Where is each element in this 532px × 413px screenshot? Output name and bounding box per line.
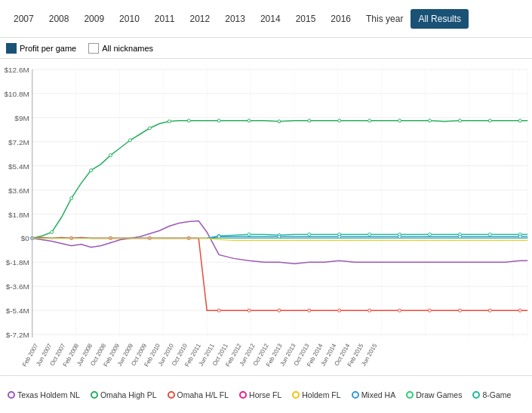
legend-profit-label: Profit per game <box>20 44 76 53</box>
svg-point-71 <box>168 120 171 123</box>
svg-text:$-7.2M: $-7.2M <box>6 331 29 339</box>
svg-text:$-5.4M: $-5.4M <box>6 307 29 315</box>
svg-text:$-3.6M: $-3.6M <box>6 282 29 291</box>
svg-point-113 <box>278 235 281 238</box>
holdem-fl-label: Holdem FL <box>302 390 340 399</box>
legend-horse-fl: Horse FL <box>239 390 281 399</box>
chart-area: $12.6M $10.8M $9M $7.2M $5.4M $3.6M $1.8… <box>0 59 532 376</box>
svg-point-114 <box>338 235 341 238</box>
8-game-label: 8-Game <box>482 390 511 399</box>
mixed-ha-icon <box>352 391 359 399</box>
year-2008[interactable]: 2008 <box>42 9 77 29</box>
legend-texas-holdem: Texas Holdem NL <box>8 390 80 399</box>
svg-point-76 <box>308 119 311 122</box>
svg-point-81 <box>458 119 461 122</box>
year-2014[interactable]: 2014 <box>253 9 288 29</box>
svg-point-70 <box>148 127 151 130</box>
year-2009[interactable]: 2009 <box>76 9 112 29</box>
horse-fl-label: Horse FL <box>249 390 281 399</box>
year-2010[interactable]: 2010 <box>112 9 147 29</box>
svg-point-78 <box>368 119 371 122</box>
legend-omaha-high: Omaha High PL <box>91 390 157 399</box>
svg-point-67 <box>90 169 93 172</box>
svg-point-95 <box>398 309 401 312</box>
svg-text:$0: $0 <box>21 234 30 242</box>
svg-text:$5.4M: $5.4M <box>8 162 29 171</box>
year-2011[interactable]: 2011 <box>147 9 183 29</box>
svg-point-83 <box>518 119 521 122</box>
omaha-hl-icon <box>168 391 175 399</box>
year-navigation: 2007 2008 2009 2010 2011 2012 2013 2014 … <box>0 0 532 38</box>
svg-text:$3.6M: $3.6M <box>8 186 29 195</box>
year-2013[interactable]: 2013 <box>217 9 253 29</box>
svg-point-65 <box>51 230 54 233</box>
svg-point-112 <box>217 235 220 238</box>
svg-point-82 <box>488 119 491 122</box>
year-2015[interactable]: 2015 <box>288 9 324 29</box>
chart-svg: $12.6M $10.8M $9M $7.2M $5.4M $3.6M $1.8… <box>0 59 532 375</box>
legend-draw-games: Draw Games <box>406 390 462 399</box>
texas-holdem-label: Texas Holdem NL <box>17 390 80 399</box>
svg-point-91 <box>278 309 281 312</box>
svg-text:$7.2M: $7.2M <box>8 138 29 146</box>
svg-point-98 <box>488 309 491 312</box>
svg-point-73 <box>217 119 220 122</box>
year-all-results[interactable]: All Results <box>411 9 469 29</box>
year-2012[interactable]: 2012 <box>183 9 218 29</box>
legend-holdem-fl: Holdem FL <box>292 390 340 399</box>
svg-point-69 <box>128 139 131 142</box>
svg-point-94 <box>368 309 371 312</box>
mixed-ha-label: Mixed HA <box>361 390 396 399</box>
svg-point-107 <box>428 233 431 236</box>
svg-point-75 <box>278 120 281 123</box>
svg-text:$12.6M: $12.6M <box>4 66 29 74</box>
svg-point-89 <box>217 309 220 312</box>
year-2016[interactable]: 2016 <box>323 9 358 29</box>
svg-text:$-1.8M: $-1.8M <box>6 258 29 267</box>
horse-fl-icon <box>239 391 247 399</box>
svg-point-96 <box>428 309 431 312</box>
holdem-fl-icon <box>292 391 300 399</box>
8-game-icon <box>472 391 480 399</box>
legend-profit-icon <box>6 43 17 54</box>
year-2007[interactable]: 2007 <box>6 9 42 29</box>
svg-text:$10.8M: $10.8M <box>4 90 29 98</box>
legend-nicknames-icon <box>88 43 99 54</box>
draw-games-label: Draw Games <box>416 390 462 399</box>
legend-profit-per-game: Profit per game <box>6 43 76 54</box>
svg-point-79 <box>398 119 401 122</box>
chart-legend-row: Profit per game All nicknames <box>0 38 532 59</box>
svg-point-116 <box>458 235 461 238</box>
texas-holdem-icon <box>8 391 15 399</box>
svg-point-105 <box>368 233 371 236</box>
omaha-high-icon <box>91 391 98 399</box>
svg-point-72 <box>187 119 190 122</box>
svg-point-77 <box>338 119 341 122</box>
svg-point-117 <box>518 235 521 238</box>
legend-mixed-ha: Mixed HA <box>352 390 396 399</box>
svg-point-109 <box>488 233 491 236</box>
svg-point-68 <box>109 154 112 157</box>
svg-point-103 <box>308 233 311 236</box>
svg-point-92 <box>308 309 311 312</box>
year-this[interactable]: This year <box>358 9 411 29</box>
legend-all-nicknames: All nicknames <box>88 43 153 54</box>
bottom-legend: Texas Holdem NL Omaha High PL Omaha H/L … <box>0 376 532 413</box>
svg-point-80 <box>428 119 431 122</box>
svg-text:$9M: $9M <box>14 114 29 122</box>
svg-point-115 <box>398 235 401 238</box>
svg-point-90 <box>248 309 251 312</box>
omaha-hl-label: Omaha H/L FL <box>177 390 229 399</box>
draw-games-icon <box>406 391 414 399</box>
svg-point-97 <box>458 309 461 312</box>
omaha-high-label: Omaha High PL <box>100 390 157 399</box>
legend-nicknames-label: All nicknames <box>102 44 153 53</box>
svg-point-74 <box>248 119 251 122</box>
legend-omaha-hl: Omaha H/L FL <box>168 390 229 399</box>
svg-point-101 <box>248 233 251 236</box>
svg-point-93 <box>338 309 341 312</box>
svg-point-66 <box>70 197 73 200</box>
svg-text:$1.8M: $1.8M <box>8 211 29 219</box>
legend-8-game: 8-Game <box>472 390 511 399</box>
svg-point-99 <box>518 309 521 312</box>
